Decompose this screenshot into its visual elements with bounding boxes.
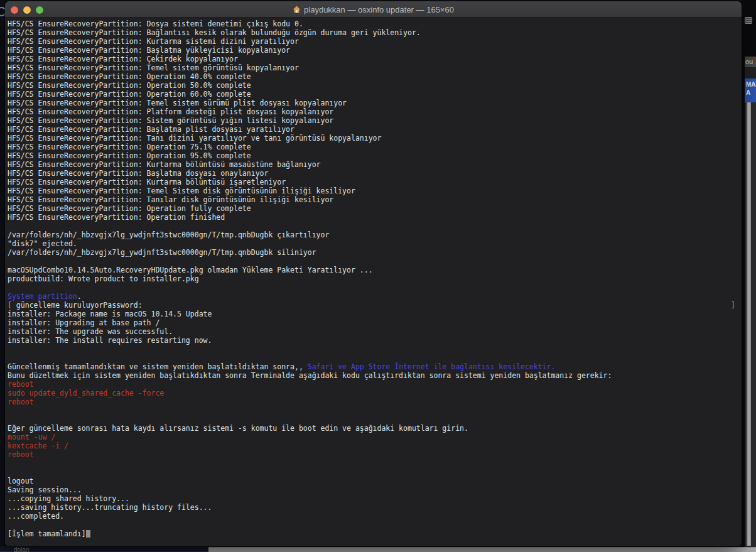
background-bottom-left: doları [0, 546, 208, 552]
terminal-window: playdukkan — osxinfo updater — 165×60 HF… [5, 1, 742, 546]
terminal-text: HFS/CS EnsureRecoveryPartition: Çekirdek… [8, 55, 238, 63]
terminal-text: installer: Upgrading at base path / [8, 318, 159, 327]
terminal-line: "disk7" ejected. [8, 239, 742, 248]
terminal-text: installer: Package name is macOS 10.14.5… [8, 310, 212, 318]
terminal-line [8, 345, 742, 354]
terminal-text: HFS/CS EnsureRecoveryPartition: Dosya si… [8, 19, 303, 28]
terminal-line: reboot [8, 380, 742, 389]
terminal-text: HFS/CS EnsureRecoveryPartition: Başlatma… [8, 169, 268, 178]
terminal-line: HFS/CS EnsureRecoveryPartition: Operatio… [8, 151, 742, 160]
terminal-text: HFS/CS EnsureRecoveryPartition: Operatio… [8, 204, 251, 213]
terminal-line: Bunu düzeltmek için sistem yeniden başla… [8, 371, 742, 380]
terminal-line: Saving session... [8, 485, 742, 494]
terminal-line: HFS/CS EnsureRecoveryPartition: Operatio… [8, 72, 742, 81]
terminal-line: HFS/CS EnsureRecoveryPartition: Operatio… [8, 204, 742, 213]
terminal-text: HFS/CS EnsureRecoveryPartition: Bağlantı… [8, 28, 421, 37]
terminal-line [8, 468, 742, 477]
terminal-text: reboot [8, 380, 34, 389]
terminal-text: HFS/CS EnsureRecoveryPartition: Başlatma… [8, 125, 294, 134]
terminal-line: HFS/CS EnsureRecoveryPartition: Kurtarma… [8, 178, 742, 187]
window-titlebar[interactable]: playdukkan — osxinfo updater — 165×60 [5, 1, 742, 18]
terminal-line: installer: Upgrading at base path / [8, 318, 742, 327]
terminal-line: HFS/CS EnsureRecoveryPartition: Operatio… [8, 143, 742, 151]
terminal-line [8, 406, 742, 415]
terminal-text: HFS/CS EnsureRecoveryPartition: Kurtarma… [8, 178, 286, 187]
terminal-line: HFS/CS EnsureRecoveryPartition: Operatio… [8, 213, 742, 222]
terminal-text: /var/folders/nh/_hbzvgjx7lg_ywdjnft3stwc… [8, 248, 316, 257]
background-blue-line1: MA [746, 81, 756, 88]
background-bottom-label: doları [14, 546, 30, 552]
terminal-text: HFS/CS EnsureRecoveryPartition: Sistem g… [8, 116, 333, 125]
window-title-text: playdukkan — osxinfo updater — 165×60 [304, 5, 454, 14]
terminal-line: ...completed. [8, 512, 742, 521]
terminal-text: HFS/CS EnsureRecoveryPartition: Operatio… [8, 72, 251, 81]
terminal-text: HFS/CS EnsureRecoveryPartition: Platform… [8, 107, 333, 116]
terminal-text: installer: The install requires restarti… [8, 336, 212, 345]
terminal-line: HFS/CS EnsureRecoveryPartition: Dosya si… [8, 19, 742, 28]
terminal-text: Bunu düzeltmek için sistem yeniden başla… [8, 371, 612, 380]
background-window-strip: ou MAA [742, 0, 756, 552]
terminal-text: HFS/CS EnsureRecoveryPartition: Başlatma… [8, 46, 290, 55]
terminal-line: Güncellenmiş tamamlandıktan ve sistem ye… [8, 362, 742, 371]
terminal-text: [ [8, 301, 12, 310]
terminal-line: HFS/CS EnsureRecoveryPartition: Tanı diz… [8, 134, 742, 143]
terminal-line: mount -uw / [8, 433, 742, 441]
terminal-text: ...saving history...truncating history f… [8, 503, 212, 512]
terminal-line: HFS/CS EnsureRecoveryPartition: Operatio… [8, 90, 742, 99]
home-icon [293, 6, 301, 13]
terminal-line: macOSUpdCombo10.14.5Auto.RecoveryHDUpdat… [8, 266, 742, 274]
terminal-text: HFS/CS EnsureRecoveryPartition: Operatio… [8, 81, 251, 90]
terminal-text: . [77, 292, 82, 301]
terminal-line: HFS/CS EnsureRecoveryPartition: Temel si… [8, 99, 742, 107]
terminal-line: HFS/CS EnsureRecoveryPartition: Kurtarma… [8, 37, 742, 46]
terminal-line: HFS/CS EnsureRecoveryPartition: Başlatma… [8, 169, 742, 178]
terminal-text: Eğer güncelleme sonrası hata kaydı alırs… [8, 424, 468, 433]
terminal-line [8, 222, 742, 230]
terminal-line: ...copying shared history... [8, 494, 742, 503]
terminal-line: /var/folders/nh/_hbzvgjx7lg_ywdjnft3stwc… [8, 248, 742, 257]
terminal-text: System partition [8, 292, 77, 301]
terminal-line: productbuild: Wrote product to installer… [8, 274, 742, 283]
terminal-line [8, 459, 742, 468]
terminal-text: güncelleme kuruluyorPassword: [12, 301, 143, 310]
terminal-text: HFS/CS EnsureRecoveryPartition: Operatio… [8, 90, 251, 99]
terminal-text: HFS/CS EnsureRecoveryPartition: Operatio… [8, 143, 251, 151]
terminal-line [8, 257, 742, 266]
list-view-icon [745, 17, 752, 24]
background-scrollbar[interactable] [747, 102, 751, 546]
background-blue-line2: A [746, 89, 750, 96]
terminal-line [8, 521, 742, 529]
background-band [745, 67, 756, 78]
terminal-text: HFS/CS EnsureRecoveryPartition: Temel si… [8, 99, 347, 107]
terminal-text: HFS/CS EnsureRecoveryPartition: Kurtarma… [8, 160, 321, 169]
terminal-output[interactable]: HFS/CS EnsureRecoveryPartition: Dosya si… [5, 18, 742, 546]
terminal-text: HFS/CS EnsureRecoveryPartition: Tanılar … [8, 195, 333, 204]
terminal-line [8, 354, 742, 362]
terminal-line: HFS/CS EnsureRecoveryPartition: Başlatma… [8, 125, 742, 134]
terminal-text: HFS/CS EnsureRecoveryPartition: Tanı diz… [8, 134, 381, 143]
terminal-line: reboot [8, 398, 742, 406]
terminal-line [8, 415, 742, 424]
terminal-line [8, 538, 742, 546]
terminal-text: Güncellenmiş tamamlandıktan ve sistem ye… [8, 362, 308, 371]
terminal-line: HFS/CS EnsureRecoveryPartition: Kurtarma… [8, 160, 742, 169]
background-blue-label: MAA [745, 78, 756, 102]
terminal-line: /var/folders/nh/_hbzvgjx7lg_ywdjnft3stwc… [8, 230, 742, 239]
window-title: playdukkan — osxinfo updater — 165×60 [5, 1, 742, 18]
terminal-line: installer: Package name is macOS 10.14.5… [8, 310, 742, 318]
terminal-line: HFS/CS EnsureRecoveryPartition: Operatio… [8, 81, 742, 90]
terminal-line: HFS/CS EnsureRecoveryPartition: Sistem g… [8, 116, 742, 125]
terminal-line: HFS/CS EnsureRecoveryPartition: Bağlantı… [8, 28, 742, 37]
terminal-text: HFS/CS EnsureRecoveryPartition: Temel Si… [8, 187, 355, 195]
terminal-text: [İşlem tamamlandı] [8, 529, 86, 538]
terminal-text: sudo update_dyld_shared_cache -force [8, 389, 164, 398]
terminal-text: HFS/CS EnsureRecoveryPartition: Operatio… [8, 213, 225, 222]
terminal-line: [ güncelleme kuruluyorPassword:] [8, 301, 742, 310]
terminal-text: "disk7" ejected. [8, 239, 77, 248]
terminal-text: reboot [8, 450, 34, 459]
terminal-line: HFS/CS EnsureRecoveryPartition: Platform… [8, 107, 742, 116]
terminal-text: HFS/CS EnsureRecoveryPartition: Kurtarma… [8, 37, 299, 46]
terminal-line: HFS/CS EnsureRecoveryPartition: Temel Si… [8, 187, 742, 195]
terminal-right-bracket: ] [731, 301, 735, 310]
terminal-text: mount -uw / [8, 433, 55, 441]
